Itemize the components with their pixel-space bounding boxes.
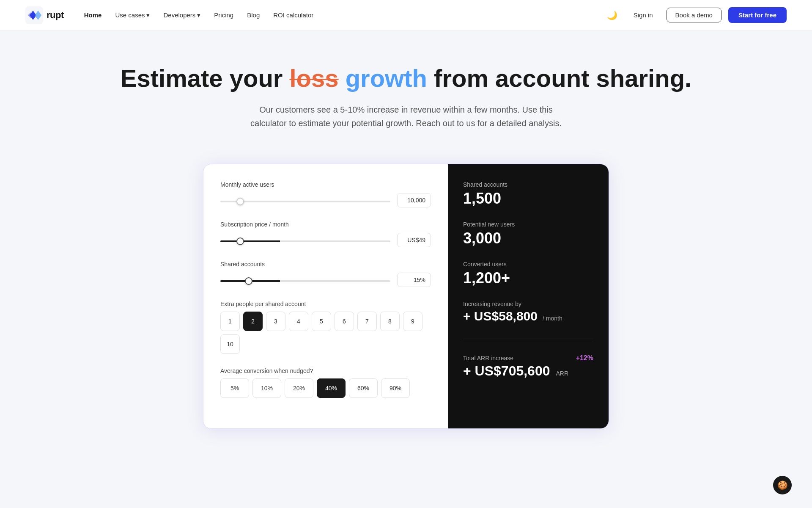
book-demo-button[interactable]: Book a demo [667, 8, 721, 22]
nav-links: Home Use cases ▾ Developers ▾ Pricing Bl… [84, 11, 604, 19]
chevron-down-icon: ▾ [146, 11, 150, 19]
arr-percentage: +12% [576, 354, 593, 362]
calculator-right-panel: Shared accounts 1,500 Potential new user… [448, 164, 609, 428]
extra-btn-7[interactable]: 7 [357, 312, 377, 331]
extra-btn-5[interactable]: 5 [312, 312, 331, 331]
monthly-users-group: Monthly active users [220, 181, 431, 207]
result-arr-increase: Total ARR increase +12% + US$705,600 ARR [463, 354, 593, 379]
arr-suffix: ARR [556, 370, 569, 377]
subscription-price-track [220, 236, 390, 244]
nav-home[interactable]: Home [84, 11, 102, 19]
start-free-button[interactable]: Start for free [728, 7, 787, 23]
extra-btn-2[interactable]: 2 [243, 312, 263, 331]
converted-users-result-value: 1,200+ [463, 269, 593, 287]
growth-text: growth [346, 64, 427, 92]
result-converted-users: Converted users 1,200+ [463, 261, 593, 287]
monthly-users-row [220, 193, 431, 207]
shared-accounts-row [220, 273, 431, 287]
extra-btn-10[interactable]: 10 [220, 334, 240, 354]
monthly-users-label: Monthly active users [220, 181, 431, 188]
monthly-users-track [220, 196, 390, 204]
conversion-group: Average conversion when nudged? 5% 10% 2… [220, 367, 431, 398]
logo-icon [25, 6, 43, 24]
extra-btn-9[interactable]: 9 [403, 312, 422, 331]
result-shared-accounts: Shared accounts 1,500 [463, 181, 593, 207]
calculator-left-panel: Monthly active users Subscription price … [203, 164, 448, 428]
hero-heading: Estimate your loss growth from account s… [8, 64, 804, 93]
dark-mode-button[interactable]: 🌙 [604, 8, 620, 23]
navbar: rupt Home Use cases ▾ Developers ▾ Prici… [0, 0, 812, 30]
conversion-btn-40[interactable]: 40% [317, 378, 346, 398]
subscription-price-slider[interactable] [220, 240, 390, 242]
shared-accounts-label: Shared accounts [220, 261, 431, 268]
hero-section: Estimate your loss growth from account s… [0, 30, 812, 147]
conversion-btn-20[interactable]: 20% [285, 378, 313, 398]
chevron-down-icon: ▾ [197, 11, 200, 19]
extra-btn-6[interactable]: 6 [335, 312, 354, 331]
logo-text: rupt [47, 10, 64, 21]
signin-button[interactable]: Sign in [627, 8, 660, 22]
shared-accounts-slider[interactable] [220, 280, 390, 282]
nav-roi-calculator[interactable]: ROI calculator [273, 11, 313, 19]
shared-accounts-group: Shared accounts [220, 261, 431, 287]
nav-actions: 🌙 Sign in Book a demo Start for free [604, 7, 787, 23]
revenue-increase-value: + US$58,800 [463, 309, 538, 323]
shared-accounts-result-value: 1,500 [463, 190, 593, 207]
nav-pricing[interactable]: Pricing [214, 11, 233, 19]
arr-value-row: + US$705,600 ARR [463, 363, 593, 379]
conversion-btn-60[interactable]: 60% [349, 378, 378, 398]
extra-btn-1[interactable]: 1 [220, 312, 240, 331]
result-potential-users: Potential new users 3,000 [463, 221, 593, 247]
shared-accounts-track [220, 276, 390, 284]
extra-people-group: Extra people per shared account 1 2 3 4 … [220, 301, 431, 354]
extra-people-buttons: 1 2 3 4 5 6 7 8 9 10 [220, 312, 431, 354]
subscription-price-label: Subscription price / month [220, 221, 431, 228]
conversion-buttons: 5% 10% 20% 40% 60% 90% [220, 378, 431, 398]
revenue-increase-label: Increasing revenue by [463, 301, 593, 307]
extra-btn-3[interactable]: 3 [266, 312, 285, 331]
subscription-price-value[interactable] [397, 233, 431, 247]
arr-label: Total ARR increase [463, 355, 513, 362]
conversion-btn-5[interactable]: 5% [220, 378, 249, 398]
arr-header-row: Total ARR increase +12% [463, 354, 593, 363]
conversion-btn-90[interactable]: 90% [381, 378, 410, 398]
revenue-increase-row: + US$58,800 / month [463, 309, 593, 323]
hero-subtext: Our customers see a 5-10% increase in re… [245, 103, 567, 130]
extra-btn-8[interactable]: 8 [380, 312, 400, 331]
subscription-price-group: Subscription price / month [220, 221, 431, 247]
logo[interactable]: rupt [25, 6, 64, 24]
calculator-card: Monthly active users Subscription price … [203, 164, 609, 429]
calculator-wrapper: Monthly active users Subscription price … [0, 147, 812, 454]
result-revenue-increase: Increasing revenue by + US$58,800 / mont… [463, 301, 593, 323]
monthly-users-slider[interactable] [220, 201, 390, 202]
loss-text: loss [290, 64, 339, 92]
revenue-increase-suffix: / month [543, 315, 562, 322]
conversion-btn-10[interactable]: 10% [252, 378, 281, 398]
monthly-users-value[interactable] [397, 193, 431, 207]
converted-users-result-label: Converted users [463, 261, 593, 268]
nav-developers[interactable]: Developers ▾ [163, 11, 200, 19]
subscription-price-row [220, 233, 431, 247]
potential-users-result-value: 3,000 [463, 229, 593, 247]
conversion-label: Average conversion when nudged? [220, 367, 431, 374]
extra-people-label: Extra people per shared account [220, 301, 431, 307]
potential-users-result-label: Potential new users [463, 221, 593, 228]
shared-accounts-result-label: Shared accounts [463, 181, 593, 188]
nav-use-cases[interactable]: Use cases ▾ [115, 11, 150, 19]
nav-blog[interactable]: Blog [247, 11, 260, 19]
cookie-button[interactable]: 🍪 [773, 476, 792, 494]
arr-value: + US$705,600 [463, 363, 550, 379]
shared-accounts-value[interactable] [397, 273, 431, 287]
extra-btn-4[interactable]: 4 [289, 312, 308, 331]
cookie-icon: 🍪 [777, 480, 788, 490]
result-divider [463, 339, 593, 339]
